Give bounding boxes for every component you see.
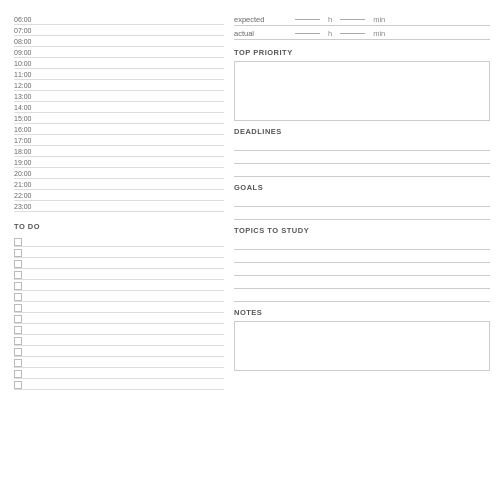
actual-row: actual h min [234, 28, 490, 40]
time-row: 17:00 [14, 135, 224, 146]
todo-item[interactable] [14, 248, 224, 258]
goals-lines [234, 196, 490, 220]
topics-line-2 [234, 252, 490, 263]
goals-section: GOALS [234, 183, 490, 220]
todo-item[interactable] [14, 369, 224, 379]
time-row: 06:00 [14, 14, 224, 25]
time-label: 13:00 [14, 93, 44, 100]
todo-item[interactable] [14, 358, 224, 368]
todo-item[interactable] [14, 314, 224, 324]
todo-checkbox[interactable] [14, 249, 22, 257]
todo-checkbox[interactable] [14, 326, 22, 334]
todo-item[interactable] [14, 380, 224, 390]
time-line [49, 168, 224, 178]
todo-checkbox[interactable] [14, 337, 22, 345]
time-line [49, 124, 224, 134]
time-row: 08:00 [14, 36, 224, 47]
todo-checkbox[interactable] [14, 381, 22, 389]
todo-item[interactable] [14, 303, 224, 313]
todo-item[interactable] [14, 259, 224, 269]
time-row: 14:00 [14, 102, 224, 113]
top-priority-title: TOP PRIORITY [234, 48, 490, 57]
time-row: 16:00 [14, 124, 224, 135]
topics-line-4 [234, 278, 490, 289]
todo-item[interactable] [14, 347, 224, 357]
deadlines-lines [234, 140, 490, 177]
todo-checkbox[interactable] [14, 271, 22, 279]
notes-title: NOTES [234, 308, 490, 317]
time-row: 09:00 [14, 47, 224, 58]
page: 06:0007:0008:0009:0010:0011:0012:0013:00… [0, 0, 500, 500]
todo-checkbox[interactable] [14, 315, 22, 323]
todo-checkbox[interactable] [14, 238, 22, 246]
todo-checkbox[interactable] [14, 282, 22, 290]
time-label: 17:00 [14, 137, 44, 144]
expected-h-line [295, 19, 320, 20]
todo-item[interactable] [14, 237, 224, 247]
todo-list [14, 237, 224, 390]
topics-line-5 [234, 291, 490, 302]
time-label: 11:00 [14, 71, 44, 78]
left-column: 06:0007:0008:0009:0010:0011:0012:0013:00… [14, 14, 224, 490]
top-priority-box[interactable] [234, 61, 490, 121]
time-line [49, 14, 224, 24]
time-row: 21:00 [14, 179, 224, 190]
time-row: 18:00 [14, 146, 224, 157]
todo-checkbox[interactable] [14, 370, 22, 378]
actual-h-line [295, 33, 320, 34]
actual-hmin: h min [293, 29, 385, 38]
time-label: 18:00 [14, 148, 44, 155]
actual-min-label: min [373, 29, 385, 38]
time-line [49, 80, 224, 90]
topics-title: TOPICS TO STUDY [234, 226, 490, 235]
todo-item[interactable] [14, 325, 224, 335]
time-row: 20:00 [14, 168, 224, 179]
expected-min-line [340, 19, 365, 20]
right-column: expected h min actual h min TOP PRIORITY [234, 14, 490, 490]
time-label: 20:00 [14, 170, 44, 177]
deadlines-section: DEADLINES [234, 127, 490, 177]
time-line [49, 113, 224, 123]
time-row: 22:00 [14, 190, 224, 201]
time-label: 10:00 [14, 60, 44, 67]
expected-h-label: h [328, 15, 332, 24]
time-schedule: 06:0007:0008:0009:0010:0011:0012:0013:00… [14, 14, 224, 212]
deadline-line-3 [234, 166, 490, 177]
time-row: 13:00 [14, 91, 224, 102]
todo-title: TO DO [14, 222, 224, 231]
deadlines-title: DEADLINES [234, 127, 490, 136]
time-row: 15:00 [14, 113, 224, 124]
time-label: 19:00 [14, 159, 44, 166]
time-line [49, 135, 224, 145]
time-line [49, 58, 224, 68]
time-line [49, 25, 224, 35]
time-label: 06:00 [14, 16, 44, 23]
todo-checkbox[interactable] [14, 304, 22, 312]
todo-checkbox[interactable] [14, 260, 22, 268]
time-label: 14:00 [14, 104, 44, 111]
actual-min-line [340, 33, 365, 34]
todo-item[interactable] [14, 292, 224, 302]
time-row: 11:00 [14, 69, 224, 80]
deadline-line-2 [234, 153, 490, 164]
time-row: 23:00 [14, 201, 224, 212]
time-row: 12:00 [14, 80, 224, 91]
todo-item[interactable] [14, 270, 224, 280]
time-label: 23:00 [14, 203, 44, 210]
time-row: 07:00 [14, 25, 224, 36]
todo-checkbox[interactable] [14, 359, 22, 367]
time-label: 08:00 [14, 38, 44, 45]
time-line [49, 179, 224, 189]
todo-checkbox[interactable] [14, 293, 22, 301]
topics-section: TOPICS TO STUDY [234, 226, 490, 302]
time-line [49, 102, 224, 112]
notes-section: NOTES [234, 308, 490, 371]
todo-checkbox[interactable] [14, 348, 22, 356]
time-line [49, 69, 224, 79]
todo-item[interactable] [14, 281, 224, 291]
notes-box[interactable] [234, 321, 490, 371]
top-priority-section: TOP PRIORITY [234, 48, 490, 121]
deadline-line-1 [234, 140, 490, 151]
expected-hmin: h min [293, 15, 385, 24]
todo-item[interactable] [14, 336, 224, 346]
